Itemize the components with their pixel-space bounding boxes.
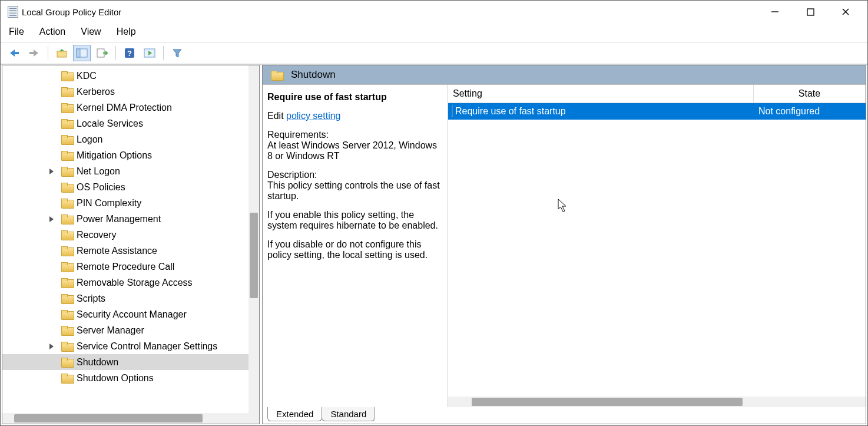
tree-item[interactable]: Security Account Manager — [2, 306, 259, 322]
tree-item[interactable]: Mitigation Options — [2, 147, 259, 163]
policy-title: Require use of fast startup — [267, 92, 443, 103]
requirements-label: Requirements: — [267, 130, 329, 140]
bottom-tabs: Extended Standard — [263, 407, 866, 424]
tree-item[interactable]: Remote Assistance — [2, 243, 259, 259]
tree-item[interactable]: Service Control Manager Settings — [2, 338, 259, 354]
menu-bar: File Action View Help — [1, 23, 867, 42]
folder-icon — [61, 294, 73, 303]
tree-scroll-area: KDCKerberosKernel DMA ProtectionLocale S… — [2, 65, 259, 424]
tab-extended[interactable]: Extended — [267, 407, 322, 421]
scrollbar-thumb[interactable] — [14, 414, 203, 422]
toolbar: ? — [1, 42, 867, 65]
close-button[interactable] — [837, 3, 854, 21]
horizontal-scrollbar[interactable] — [2, 413, 259, 424]
folder-icon — [271, 71, 283, 80]
details-header: Shutdown — [263, 65, 866, 84]
tree-item[interactable]: Shutdown — [2, 354, 259, 370]
tree-item[interactable]: Server Manager — [2, 322, 259, 338]
tree-item[interactable]: Locale Services — [2, 115, 259, 131]
tree-item-label: Remote Procedure Call — [77, 262, 174, 272]
list-item[interactable]: Require use of fast startup Not configur… — [448, 103, 866, 120]
scrollbar-thumb[interactable] — [250, 213, 258, 298]
toolbar-separator — [115, 46, 116, 60]
list-header: Setting State — [448, 85, 866, 103]
show-hide-tree-button[interactable] — [73, 45, 91, 61]
menu-help[interactable]: Help — [117, 27, 136, 37]
tree-item[interactable]: Recovery — [2, 227, 259, 243]
row-state: Not configured — [754, 106, 866, 117]
folder-icon — [61, 167, 73, 176]
window-controls — [766, 3, 865, 21]
svg-rect-8 — [77, 49, 80, 57]
column-setting[interactable]: Setting — [448, 85, 754, 103]
properties-button[interactable] — [141, 45, 158, 61]
tree-item[interactable]: Net Logon — [2, 163, 259, 179]
tree-item[interactable]: Shutdown Options — [2, 370, 259, 386]
description-text-1: This policy setting controls the use of … — [267, 180, 443, 202]
folder-icon — [61, 358, 73, 366]
row-setting: Require use of fast startup — [455, 106, 754, 117]
settings-list: Setting State Require use of fast startu… — [448, 85, 866, 407]
tree-item[interactable]: Removable Storage Access — [2, 275, 259, 290]
tree-item[interactable]: Kerberos — [2, 84, 259, 100]
tree-item-label: Server Manager — [77, 325, 144, 336]
filter-button[interactable] — [168, 45, 186, 61]
svg-rect-5 — [29, 52, 34, 54]
tree-item[interactable]: Remote Procedure Call — [2, 259, 259, 275]
folder-icon — [61, 135, 73, 144]
column-state[interactable]: State — [754, 85, 866, 103]
folder-icon — [61, 246, 73, 255]
description-pane: Require use of fast startup Edit policy … — [263, 85, 448, 407]
tree-item-label: Service Control Manager Settings — [77, 341, 217, 352]
minimize-button[interactable] — [766, 3, 784, 21]
tree-item[interactable]: PIN Complexity — [2, 195, 259, 211]
tree-item-label: Shutdown Options — [77, 373, 154, 384]
tree-item-label: Recovery — [77, 230, 117, 240]
export-button[interactable] — [93, 45, 111, 61]
policy-icon — [452, 106, 453, 117]
tree-item[interactable]: OS Policies — [2, 179, 259, 195]
description-text-2: If you enable this policy setting, the s… — [267, 210, 443, 231]
tree-item-label: Remote Assistance — [77, 246, 157, 256]
edit-policy-link[interactable]: policy setting — [286, 111, 341, 121]
tree-item[interactable]: Power Management — [2, 211, 259, 227]
description-label: Description: — [267, 170, 443, 180]
svg-rect-6 — [57, 51, 67, 57]
menu-action[interactable]: Action — [39, 27, 65, 37]
forward-button[interactable] — [25, 45, 43, 61]
tree-item-label: Removable Storage Access — [77, 278, 193, 288]
description-text-3: If you disable or do not configure this … — [267, 239, 443, 260]
tree-item[interactable]: KDC — [2, 68, 259, 84]
tree-item[interactable]: Kernel DMA Protection — [2, 100, 259, 115]
folder-icon — [61, 151, 73, 160]
maximize-button[interactable] — [801, 3, 819, 21]
menu-view[interactable]: View — [81, 27, 101, 37]
svg-rect-4 — [14, 52, 19, 54]
back-button[interactable] — [5, 45, 23, 61]
scrollbar-thumb[interactable] — [472, 398, 743, 406]
tree-item-label: PIN Complexity — [77, 198, 141, 209]
tree-item-label: Logon — [77, 134, 103, 145]
requirements-text: At least Windows Server 2012, Windows 8 … — [267, 140, 437, 161]
tree-panel: KDCKerberosKernel DMA ProtectionLocale S… — [2, 65, 260, 424]
horizontal-scrollbar[interactable] — [448, 397, 866, 407]
tree-item-label: Scripts — [77, 293, 105, 304]
toolbar-separator — [48, 46, 48, 60]
up-button[interactable] — [53, 45, 71, 61]
tree-item-label: Kernel DMA Protection — [77, 103, 172, 113]
details-body: Require use of fast startup Edit policy … — [263, 84, 866, 407]
folder-icon — [61, 262, 73, 271]
vertical-scrollbar[interactable] — [249, 65, 259, 413]
tree-item[interactable]: Scripts — [2, 290, 259, 306]
tree-item-label: Net Logon — [77, 166, 120, 177]
policy-tree[interactable]: KDCKerberosKernel DMA ProtectionLocale S… — [2, 65, 259, 386]
tree-item[interactable]: Logon — [2, 131, 259, 147]
tab-standard[interactable]: Standard — [322, 407, 375, 421]
folder-icon — [61, 342, 73, 351]
menu-file[interactable]: File — [9, 27, 24, 37]
tree-item-label: Locale Services — [77, 118, 143, 129]
help-button[interactable]: ? — [121, 45, 138, 61]
tree-item-label: Mitigation Options — [77, 150, 152, 161]
app-window: Local Group Policy Editor File Action Vi… — [0, 0, 868, 426]
svg-text:?: ? — [127, 49, 132, 58]
